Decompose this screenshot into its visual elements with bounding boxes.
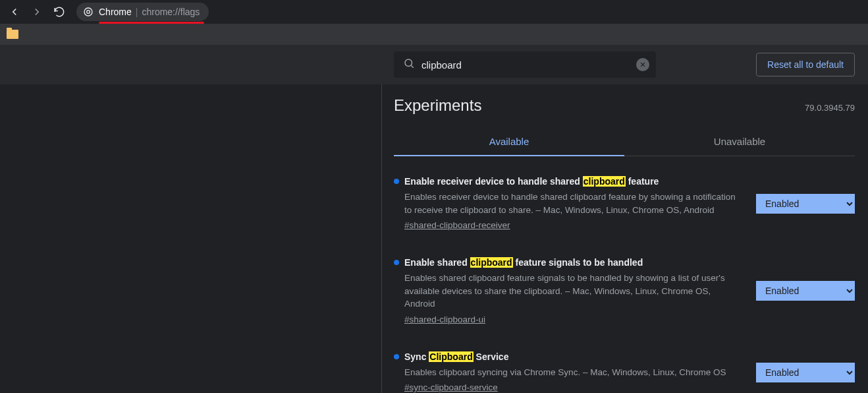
flag-title-pre: Enable shared xyxy=(404,257,470,268)
flag-hash-link[interactable]: #sync-clipboard-service xyxy=(404,382,498,392)
svg-point-3 xyxy=(405,59,412,67)
left-gutter xyxy=(0,84,382,393)
tab-available[interactable]: Available xyxy=(394,129,624,156)
version-label: 79.0.3945.79 xyxy=(805,103,855,113)
flag-title-pre: Enable receiver device to handle shared xyxy=(404,176,583,187)
reload-button[interactable] xyxy=(50,3,68,21)
omnibox-url: chrome://flags xyxy=(142,7,200,17)
omnibox-label: Chrome xyxy=(99,7,132,17)
flags-list: Enable receiver device to handle shared … xyxy=(394,176,855,393)
svg-point-1 xyxy=(87,11,90,14)
bookmark-folder-icon[interactable] xyxy=(7,30,18,39)
flag-title-highlight: clipboard xyxy=(470,257,513,268)
flag-item: Sync Clipboard Service Enables clipboard… xyxy=(394,351,855,393)
search-box[interactable] xyxy=(394,51,656,78)
flag-item: Enable receiver device to handle shared … xyxy=(394,176,855,231)
content: Experiments 79.0.3945.79 Available Unava… xyxy=(0,84,868,393)
flag-description: Enables shared clipboard feature signals… xyxy=(404,272,740,311)
flag-state-select[interactable]: Enabled xyxy=(756,194,855,214)
modified-dot-icon xyxy=(394,179,399,184)
flag-title-post: feature xyxy=(626,176,659,187)
search-icon xyxy=(403,57,415,72)
flag-item: Enable shared clipboard feature signals … xyxy=(394,257,855,325)
omnibox[interactable]: Chrome | chrome://flags xyxy=(76,3,209,21)
modified-dot-icon xyxy=(394,354,399,359)
annotation-underline xyxy=(99,22,204,24)
flag-title-highlight: Clipboard xyxy=(429,351,473,362)
flag-title: Enable shared clipboard feature signals … xyxy=(404,257,643,268)
svg-point-0 xyxy=(84,8,92,16)
flag-title: Enable receiver device to handle shared … xyxy=(404,176,659,187)
bookmarks-bar xyxy=(0,24,868,45)
tab-unavailable[interactable]: Unavailable xyxy=(624,129,855,156)
flag-title-highlight: clipboard xyxy=(583,176,626,187)
clear-search-button[interactable] xyxy=(636,58,649,71)
reset-all-button[interactable]: Reset all to default xyxy=(756,53,855,76)
modified-dot-icon xyxy=(394,260,399,265)
page-title: Experiments xyxy=(394,96,481,115)
flag-state-select[interactable]: Enabled xyxy=(756,363,855,382)
chrome-icon xyxy=(83,7,94,17)
flag-title: Sync Clipboard Service xyxy=(404,351,508,362)
back-button[interactable] xyxy=(5,3,24,21)
svg-line-4 xyxy=(411,65,413,67)
flag-title-post: feature signals to be handled xyxy=(513,257,643,268)
flag-hash-link[interactable]: #shared-clipboard-receiver xyxy=(404,220,510,230)
flag-hash-link[interactable]: #shared-clipboard-ui xyxy=(404,315,485,324)
omnibox-separator: | xyxy=(136,7,138,17)
flag-state-select[interactable]: Enabled xyxy=(756,281,855,301)
flag-description: Enables clipboard syncing via Chrome Syn… xyxy=(404,366,740,379)
flag-title-pre: Sync xyxy=(404,351,429,362)
forward-button[interactable] xyxy=(28,3,46,21)
flag-description: Enables receiver device to handle shared… xyxy=(404,191,740,216)
flag-title-post: Service xyxy=(474,351,509,362)
tabs: Available Unavailable xyxy=(394,129,855,156)
main: Experiments 79.0.3945.79 Available Unava… xyxy=(382,84,868,393)
search-input[interactable] xyxy=(421,59,636,71)
flags-header: Reset all to default xyxy=(0,45,868,84)
browser-toolbar: Chrome | chrome://flags xyxy=(0,0,868,24)
